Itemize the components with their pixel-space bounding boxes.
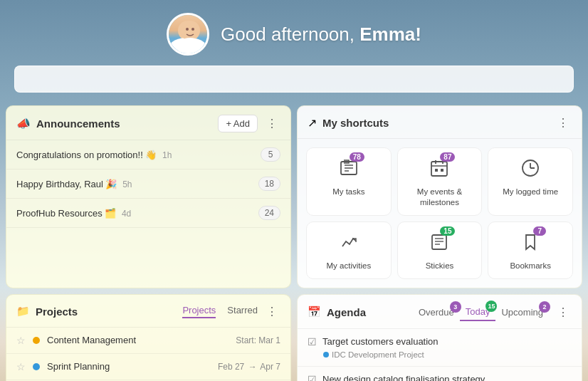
shortcut-stickies-label: Stickies (426, 261, 454, 271)
svg-rect-12 (435, 169, 438, 172)
shortcut-stickies[interactable]: 15 Stickies (397, 221, 483, 279)
agenda-header: 📅 Agenda Overdue 3 Today 15 Upcoming 2 (298, 295, 582, 329)
project-item-2[interactable]: ☆ Sprint Planning Feb 27 → Apr 7 (6, 354, 290, 380)
events-icon: 87 (429, 158, 449, 182)
announcement-item-3[interactable]: ProofHub Resources 🗂️ 4d 24 (6, 199, 290, 228)
star-icon-2[interactable]: ☆ (16, 361, 26, 372)
agenda-icon: 📅 (308, 306, 321, 318)
tab-today[interactable]: Today 15 (460, 303, 496, 321)
activities-icon (339, 232, 359, 256)
bookmarks-icon: 7 (520, 232, 540, 256)
avatar (167, 13, 209, 56)
shortcut-logged-time[interactable]: My logged time (488, 147, 573, 216)
svg-rect-13 (441, 169, 443, 172)
tab-starred[interactable]: Starred (227, 305, 258, 318)
shortcut-activities-label: My activities (327, 261, 372, 271)
clock-icon (520, 158, 540, 182)
shortcuts-header: ↗ My shortcuts ⋮ (298, 106, 582, 139)
announcement-item-2[interactable]: Happy Birthday, Raul 🎉 5h 18 (6, 169, 290, 199)
project-item-1[interactable]: ☆ Content Management Start: Mar 1 (6, 328, 290, 354)
agenda-title: Agenda (327, 306, 407, 318)
announcements-icon: 📣 (16, 117, 31, 130)
greeting-text: Good afternoon, Emma! (221, 24, 421, 46)
tab-upcoming[interactable]: Upcoming 2 (495, 304, 549, 320)
shortcuts-title: My shortcuts (322, 117, 549, 129)
agenda-more-button[interactable]: ⋮ (555, 304, 572, 320)
svg-point-1 (186, 28, 189, 31)
projects-more-button[interactable]: ⋮ (263, 303, 280, 320)
svg-point-0 (180, 21, 200, 41)
tab-projects[interactable]: Projects (182, 305, 216, 318)
projects-title: Projects (36, 306, 177, 318)
shortcuts-more-button[interactable]: ⋮ (555, 115, 572, 131)
announcements-header: 📣 Announcements + Add ⋮ (6, 106, 290, 140)
task-icon-2: ☑ (308, 374, 317, 381)
shortcuts-panel: ↗ My shortcuts ⋮ (297, 105, 582, 288)
svg-rect-17 (432, 235, 446, 249)
project-dot-1 (33, 337, 40, 344)
search-bar (14, 66, 574, 93)
project-date-1: Start: Mar 1 (236, 335, 280, 345)
agenda-item-2[interactable]: ☑ New design catalog finalisation strate… (298, 367, 582, 381)
tasks-icon: 78 (339, 158, 359, 182)
agenda-tabs: Overdue 3 Today 15 Upcoming 2 (413, 303, 549, 321)
shortcut-events-label: My events & milestones (404, 187, 476, 208)
shortcut-my-tasks[interactable]: 78 My tasks (306, 147, 392, 216)
svg-point-2 (191, 28, 194, 31)
shortcut-bookmarks-label: Bookmarks (510, 261, 551, 271)
svg-rect-8 (431, 162, 447, 176)
svg-point-3 (177, 38, 203, 53)
shortcut-events[interactable]: 87 My events & milestones (397, 147, 483, 216)
shortcut-activities[interactable]: My activities (306, 221, 392, 279)
project-name-2: Sprint Planning (47, 361, 211, 372)
shortcuts-icon: ↗ (308, 116, 317, 130)
header: Good afternoon, Emma! (0, 0, 588, 66)
project-date-2: Feb 27 → Apr 7 (218, 362, 280, 372)
stickies-icon: 15 (429, 232, 449, 256)
shortcut-tasks-label: My tasks (332, 187, 364, 197)
projects-panel: 📁 Projects Projects Starred ⋮ ☆ Content … (6, 294, 291, 381)
agenda-panel: 📅 Agenda Overdue 3 Today 15 Upcoming 2 (297, 294, 582, 381)
announcements-title: Announcements (36, 118, 212, 130)
projects-tabs: Projects Starred (182, 305, 258, 318)
folder-icon: 📁 (16, 305, 30, 318)
agenda-item-1[interactable]: ☑ Target customers evaluation IDC Develo… (298, 329, 582, 367)
announcement-item-1[interactable]: Congratulations on promotion!! 👋 1h 5 (6, 140, 290, 169)
shortcuts-grid: 78 My tasks (298, 139, 582, 288)
search-input[interactable] (14, 66, 574, 93)
announcements-panel: 📣 Announcements + Add ⋮ Congratulations … (6, 105, 291, 288)
project-dot-2 (33, 363, 40, 370)
tab-overdue[interactable]: Overdue 3 (413, 304, 460, 320)
announcements-more-button[interactable]: ⋮ (263, 115, 280, 132)
project-name-1: Content Management (47, 335, 229, 345)
project-indicator-1 (323, 352, 329, 357)
task-icon-1: ☑ (308, 336, 317, 348)
shortcut-bookmarks[interactable]: 7 Bookmarks (488, 221, 573, 279)
star-icon-1[interactable]: ☆ (16, 335, 26, 346)
add-announcement-button[interactable]: + Add (218, 115, 258, 132)
shortcut-time-label: My logged time (503, 187, 558, 197)
projects-header: 📁 Projects Projects Starred ⋮ (6, 295, 290, 328)
